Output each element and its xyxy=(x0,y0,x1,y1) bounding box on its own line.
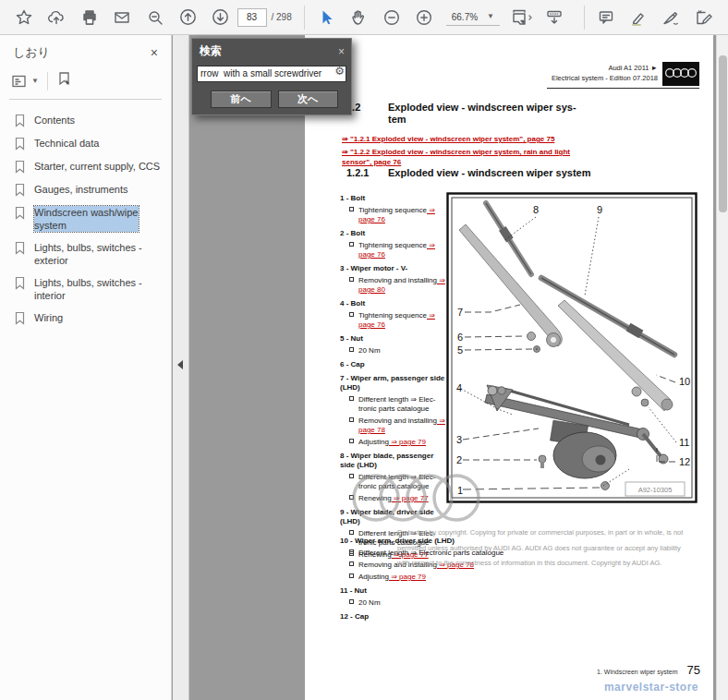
sidebar-item-lights-bulbs-switches-interior[interactable]: Lights, bulbs, switches - interior xyxy=(0,272,171,307)
search-close-button[interactable]: × xyxy=(338,45,345,58)
part-sub-item: Tightening sequence ⇒ page 76 xyxy=(340,206,445,224)
store-watermark: marvelstar-store xyxy=(604,681,698,694)
crossref-link[interactable]: ⇒ "1.2.1 Exploded view - windscreen wipe… xyxy=(342,134,633,144)
sidebar-item-windscreen-wash-wipe-system[interactable]: Windscreen wash/wipe system xyxy=(0,201,171,236)
previous-page-button[interactable] xyxy=(172,3,205,32)
scrollbar-thumb[interactable] xyxy=(719,55,727,212)
page-ref-link[interactable]: ⇒ page 79 xyxy=(389,438,426,446)
audi-logo xyxy=(662,62,699,86)
sidebar-item-lights-bulbs-switches-exterior[interactable]: Lights, bulbs, switches - exterior xyxy=(0,236,171,272)
fill-and-sign-button[interactable] xyxy=(688,3,722,32)
bookmark-add-icon xyxy=(56,71,73,88)
hand-tool-button[interactable] xyxy=(342,3,375,32)
sidebar-item-technical-data[interactable]: Technical data xyxy=(0,132,171,155)
search-next-button[interactable]: 次へ xyxy=(278,91,339,108)
page-header: Audi A1 2011 ► Electrical system - Editi… xyxy=(552,63,658,83)
email-button[interactable] xyxy=(106,3,140,32)
section-title: Exploded view - windscreen wiper sys- te… xyxy=(388,102,587,126)
diagram-callout-3: 3 xyxy=(456,434,462,445)
diagram-callout-4: 4 xyxy=(456,382,462,393)
search-popup-titlebar[interactable]: 検索 × xyxy=(197,42,346,64)
part-sub-item: 20 Nm xyxy=(340,346,445,356)
document-area: Audi A1 2011 ► Electrical system - Editi… xyxy=(190,35,728,700)
add-bookmark-button[interactable] xyxy=(56,71,73,91)
comment-button[interactable] xyxy=(589,3,623,32)
sidebar-collapse-handle[interactable] xyxy=(173,35,189,700)
bookmark-options-button[interactable]: ▼ xyxy=(11,74,39,89)
page-ref-link[interactable]: ⇒ page 77 xyxy=(392,494,429,502)
footer-chapter-label: 1. Windscreen wiper system xyxy=(597,669,678,675)
part-sub-item: Adjusting ⇒ page 79 xyxy=(340,573,682,582)
footer-page-number: 75 xyxy=(687,663,700,677)
part-sub-item: Renewing ⇒ page 77 xyxy=(340,494,445,503)
part-sub-text: Renewing xyxy=(358,494,392,502)
hide-toolbar-icon xyxy=(544,8,564,27)
part-sub-item: Tightening sequence ⇒ page 76 xyxy=(340,241,445,259)
fountain-pen-icon xyxy=(661,8,682,27)
sign-button[interactable] xyxy=(655,3,688,32)
part-item-4: 4 - Bolt xyxy=(340,299,445,308)
pdf-page: Audi A1 2011 ► Electrical system - Editi… xyxy=(305,35,713,700)
checkbox-bullet-icon xyxy=(349,396,354,401)
bookmark-icon xyxy=(14,114,26,127)
toolbar-divider xyxy=(584,6,585,30)
sidebar-item-wiring[interactable]: Wiring xyxy=(0,307,171,330)
search-options-gear-icon[interactable]: ⚙ xyxy=(334,65,345,78)
highlight-button[interactable] xyxy=(623,3,656,32)
bookmark-label: Gauges, instruments xyxy=(34,183,128,196)
arrow-down-circle-icon xyxy=(211,7,230,27)
zoom-out-button[interactable] xyxy=(375,3,408,32)
copyright-watermark-line: with respect to the correctness of infor… xyxy=(397,556,722,572)
page-ref-link[interactable]: ⇒ page 79 xyxy=(389,573,426,581)
diagram-callout-8: 8 xyxy=(533,204,539,215)
search-tool-button[interactable] xyxy=(139,3,172,32)
next-page-button[interactable] xyxy=(204,3,237,32)
select-tool-button[interactable] xyxy=(309,3,343,32)
crossref-link[interactable]: ⇒ "1.2.2 Exploded view - windscreen wipe… xyxy=(342,147,633,167)
bookmark-icon xyxy=(14,206,26,220)
toolbar-divider xyxy=(47,72,48,91)
page-number-input[interactable] xyxy=(237,8,267,27)
checkbox-bullet-icon xyxy=(349,347,354,352)
bookmarks-panel-title: しおり xyxy=(13,44,50,61)
checkbox-bullet-icon xyxy=(349,277,354,282)
print-button[interactable] xyxy=(73,3,106,32)
close-panel-button[interactable]: × xyxy=(151,45,158,60)
part-item-7: 7 - Wiper arm, passenger side (LHD) xyxy=(340,374,445,392)
bookmark-label: Technical data xyxy=(34,137,99,150)
bookmark-label: Wiring xyxy=(34,311,63,324)
cloud-upload-button[interactable] xyxy=(41,3,74,32)
bookmark-icon xyxy=(14,137,26,151)
sidebar-item-gauges-instruments[interactable]: Gauges, instruments xyxy=(0,178,171,201)
header-rule xyxy=(547,88,699,89)
figure-code-label: A92-10305 xyxy=(638,486,673,494)
zoom-level-select[interactable]: 66.7% ▼ xyxy=(446,9,500,26)
sidebar-item-starter-current-supply-ccs[interactable]: Starter, current supply, CCS xyxy=(0,155,171,178)
checkbox-bullet-icon xyxy=(349,474,354,478)
search-input[interactable] xyxy=(197,66,346,82)
comment-bubble-icon xyxy=(597,8,615,27)
sidebar-item-contents[interactable]: Contents xyxy=(0,109,171,132)
header-model: Audi A1 2011 ► xyxy=(552,63,658,73)
chevron-down-icon: ▼ xyxy=(487,13,494,20)
part-sub-text: Tightening sequence xyxy=(358,206,427,214)
copyright-watermark-line: Protected by copyright. Copying for priv… xyxy=(397,525,722,541)
zoom-search-icon xyxy=(146,8,164,27)
part-sub-text: Removing and installing xyxy=(358,276,437,284)
header-edition: Electrical system - Edition 07.2018 xyxy=(552,73,658,83)
part-sub-text: Adjusting xyxy=(358,438,389,446)
checkbox-bullet-icon xyxy=(349,439,354,443)
audi-rings-icon xyxy=(664,64,698,82)
zoom-level-value: 66.7% xyxy=(452,12,478,22)
search-previous-button[interactable]: 前へ xyxy=(211,91,272,108)
checkbox-bullet-icon xyxy=(349,207,354,211)
part-sub-text: 20 Nm xyxy=(358,598,381,607)
page-fit-button[interactable] xyxy=(505,3,539,32)
zoom-in-button[interactable] xyxy=(407,3,441,32)
checkbox-bullet-icon xyxy=(349,549,354,554)
vertical-scrollbar[interactable] xyxy=(716,35,728,700)
favorite-star-button[interactable] xyxy=(7,3,41,32)
checkbox-bullet-icon xyxy=(349,312,354,317)
hide-toolbar-button[interactable] xyxy=(539,3,572,32)
collapse-arrow-icon[interactable] xyxy=(177,360,183,369)
